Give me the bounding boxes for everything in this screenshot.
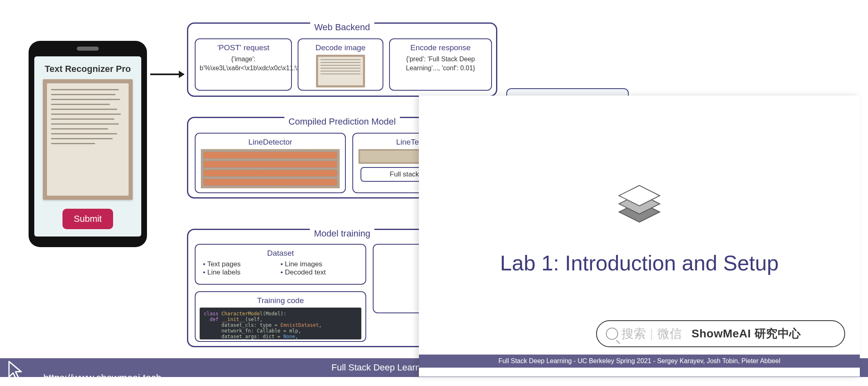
dataset-item: Line labels bbox=[203, 268, 280, 277]
lab-title: Lab 1: Introduction and Setup bbox=[419, 251, 860, 275]
lab-footer-text: Full Stack Deep Learning - UC Berkeley S… bbox=[499, 357, 780, 365]
search-brand: ShowMeAI 研究中心 bbox=[692, 326, 801, 341]
training-code-title: Training code bbox=[200, 296, 361, 305]
dataset-item: Text pages bbox=[203, 260, 280, 268]
line-detector-title: LineDetector bbox=[200, 138, 341, 147]
decoded-thumbnail bbox=[316, 55, 365, 87]
post-request-title: 'POST' request bbox=[200, 43, 287, 52]
phone-screen: Text Recognizer Pro Submit bbox=[34, 56, 141, 237]
source-url: https://www.showmeai.tech bbox=[43, 372, 161, 384]
arrow-phone-to-backend bbox=[150, 74, 184, 75]
cursor-icon bbox=[7, 359, 24, 386]
encode-response-body: {'pred': 'Full Stack Deep Learning'..., … bbox=[394, 55, 487, 72]
decode-image-node: Decode image bbox=[298, 38, 383, 91]
lab-slide: Lab 1: Introduction and Setup 搜索 | 微信 Sh… bbox=[419, 96, 860, 377]
dataset-item: Decoded text bbox=[280, 268, 358, 277]
dataset-item: Line images bbox=[280, 260, 358, 268]
dataset-title: Dataset bbox=[200, 249, 361, 258]
code-snippet: class CharacterModel(Model): def __init_… bbox=[200, 308, 361, 339]
phone-mockup: Text Recognizer Pro Submit bbox=[29, 41, 147, 247]
training-code-node: Training code class CharacterModel(Model… bbox=[195, 291, 366, 342]
decode-image-title: Decode image bbox=[303, 43, 378, 52]
separator: | bbox=[650, 327, 653, 341]
post-request-node: 'POST' request {'image': b'%\xe3L\xa6r<\… bbox=[195, 38, 292, 91]
line-detector-preview bbox=[201, 149, 340, 188]
prediction-model-title: Compiled Prediction Model bbox=[285, 116, 400, 127]
web-backend-group: Web Backend 'POST' request {'image': b'%… bbox=[187, 22, 497, 97]
line-detector-node: LineDetector bbox=[195, 133, 346, 193]
stack-logo-icon bbox=[609, 169, 670, 232]
search-hint-1: 搜索 bbox=[621, 326, 646, 342]
encode-response-title: Encode response bbox=[394, 43, 487, 52]
lab-footer: Full Stack Deep Learning - UC Berkeley S… bbox=[419, 355, 860, 368]
encode-response-node: Encode response {'pred': 'Full Stack Dee… bbox=[389, 38, 492, 91]
app-title: Text Recognizer Pro bbox=[45, 64, 131, 74]
handwriting-photo bbox=[43, 79, 133, 200]
search-icon bbox=[606, 328, 618, 340]
search-pill[interactable]: 搜索 | 微信 ShowMeAI 研究中心 bbox=[596, 320, 845, 347]
post-request-body: {'image': b'%\xe3L\xa6r<\x1b\xdc\x0c\x11… bbox=[200, 55, 287, 72]
search-hint-2: 微信 bbox=[657, 326, 682, 342]
dataset-list: Text pages Line images Line labels Decod… bbox=[200, 260, 361, 277]
dataset-node: Dataset Text pages Line images Line labe… bbox=[195, 244, 366, 285]
submit-button[interactable]: Submit bbox=[62, 209, 113, 229]
phone-speaker bbox=[77, 47, 99, 51]
diagram-slide: Text Recognizer Pro Submit Web Backend '… bbox=[8, 8, 457, 364]
training-title: Model training bbox=[310, 228, 374, 239]
web-backend-title: Web Backend bbox=[310, 22, 374, 33]
